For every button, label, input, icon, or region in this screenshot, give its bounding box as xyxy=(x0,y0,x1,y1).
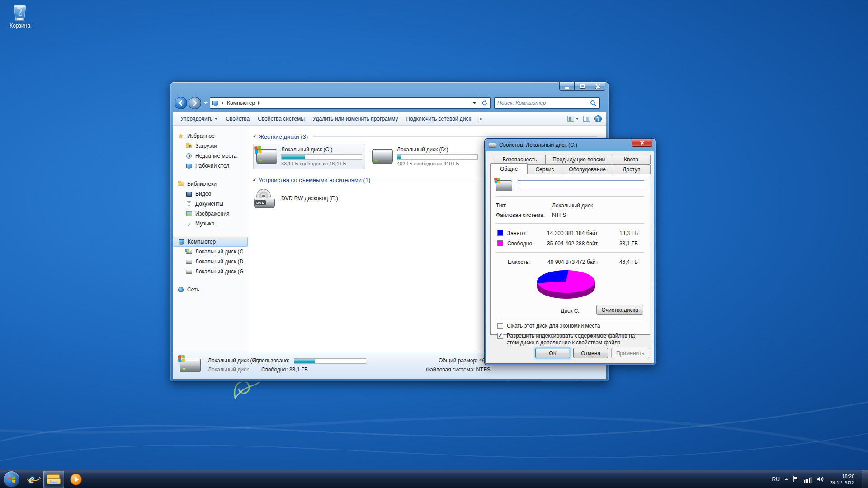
disk-usage-pie-chart: Диск C: Очистка диска xyxy=(496,268,644,315)
taskbar-ie-button[interactable]: e xyxy=(21,471,42,488)
maximize-button[interactable] xyxy=(575,82,590,91)
tab-quota[interactable]: Квота xyxy=(612,155,651,164)
map-drive-command[interactable]: Подключить сетевой диск xyxy=(402,112,475,126)
disk-usage-bar xyxy=(281,154,362,160)
close-icon xyxy=(595,84,600,89)
sidebar-item-favorites[interactable]: ★Избранное xyxy=(173,131,249,141)
sidebar-item-downloads[interactable]: Загрузки xyxy=(173,141,249,151)
change-view-button[interactable] xyxy=(567,116,579,122)
sidebar-item-network[interactable]: Сеть xyxy=(173,285,249,295)
sidebar-item-disk-d[interactable]: Локальный диск (D xyxy=(173,257,249,267)
sidebar-item-computer[interactable]: Компьютер xyxy=(173,237,248,247)
recycle-bin[interactable]: Корзина xyxy=(5,3,34,29)
dialog-titlebar[interactable]: Свойства: Локальный диск (C:) xyxy=(485,139,656,151)
help-button[interactable] xyxy=(594,115,602,122)
sidebar-item-disk-g[interactable]: Локальный диск (G xyxy=(173,267,249,277)
disk-c-tile[interactable]: Локальный диск (C:) 33,1 ГБ свободно из … xyxy=(253,144,365,169)
tab-sharing[interactable]: Доступ xyxy=(613,164,651,174)
internet-explorer-icon: e xyxy=(29,472,34,486)
drive-c-icon xyxy=(186,250,192,254)
clock[interactable]: 18:20 23.12.2012 xyxy=(830,473,854,486)
network-signal-icon[interactable] xyxy=(804,476,812,483)
sidebar-item-pictures[interactable]: Изображения xyxy=(173,209,249,219)
apply-button[interactable]: Применить xyxy=(611,348,649,358)
sidebar-item-recent-places[interactable]: Недавние места xyxy=(173,151,249,161)
sidebar-item-disk-c[interactable]: Локальный диск (C xyxy=(173,247,249,257)
sidebar-item-music[interactable]: ♪Музыка xyxy=(173,219,249,229)
preview-pane-button[interactable] xyxy=(583,116,590,122)
dialog-close-button[interactable] xyxy=(632,139,652,147)
uninstall-command[interactable]: Удалить или изменить программу xyxy=(309,112,402,126)
tab-general[interactable]: Общие xyxy=(490,163,528,174)
sidebar-label: Изображения xyxy=(195,211,229,217)
map-drive-label: Подключить сетевой диск xyxy=(406,112,471,126)
recent-pages-dropdown[interactable] xyxy=(204,102,208,104)
type-label: Тип: xyxy=(496,202,552,209)
star-icon: ★ xyxy=(178,133,184,139)
chevron-down-icon xyxy=(215,118,217,120)
sidebar-label: Локальный диск (G xyxy=(195,268,244,275)
media-player-icon xyxy=(70,474,82,485)
compress-checkbox-row[interactable]: Сжать этот диск для экономии места xyxy=(496,323,644,329)
cancel-button[interactable]: Отмена xyxy=(573,348,608,358)
close-icon xyxy=(640,141,644,145)
language-indicator[interactable]: RU xyxy=(772,476,780,483)
minimize-button[interactable] xyxy=(559,82,575,91)
taskbar-wmp-button[interactable] xyxy=(66,471,86,488)
disk-free-text: 33,1 ГБ свободно из 46,4 ГБ xyxy=(281,161,362,166)
sidebar-item-desktop[interactable]: Рабочий стол xyxy=(173,161,249,171)
address-bar[interactable]: Компьютер xyxy=(210,97,479,109)
recycle-bin-icon xyxy=(11,3,28,22)
refresh-button[interactable] xyxy=(479,97,491,109)
properties-label: Свойства xyxy=(226,112,250,126)
index-checkbox[interactable] xyxy=(497,333,503,339)
forward-button[interactable] xyxy=(189,97,201,109)
volume-icon[interactable] xyxy=(816,476,824,483)
ok-button[interactable]: ОК xyxy=(535,348,570,358)
breadcrumb-location[interactable]: Компьютер xyxy=(227,100,255,106)
hidden-icons-button[interactable] xyxy=(784,478,788,480)
breadcrumb-arrow-icon[interactable] xyxy=(222,101,224,105)
compress-checkbox[interactable] xyxy=(497,323,503,329)
pictures-icon xyxy=(186,211,192,216)
disk-usage-bar xyxy=(397,154,478,160)
back-button[interactable] xyxy=(175,97,187,109)
disk-name: Локальный диск (C:) xyxy=(281,146,362,153)
organize-menu[interactable]: Упорядочить xyxy=(176,112,222,126)
downloads-folder-icon xyxy=(186,144,192,148)
search-box[interactable] xyxy=(494,97,600,109)
system-properties-command[interactable]: Свойства системы xyxy=(254,112,309,126)
address-dropdown-icon[interactable] xyxy=(473,102,476,104)
used-bytes: 14 300 381 184 байт xyxy=(547,230,616,236)
explorer-folder-icon xyxy=(47,474,61,484)
show-desktop-button[interactable] xyxy=(862,470,868,488)
toolbar-overflow[interactable]: » xyxy=(475,112,486,126)
collapse-icon xyxy=(253,135,255,138)
action-center-flag-icon[interactable] xyxy=(793,476,799,483)
sidebar-item-video[interactable]: Видео xyxy=(173,189,249,199)
volume-label-input[interactable] xyxy=(518,181,644,191)
breadcrumb-arrow-icon[interactable] xyxy=(258,101,260,105)
sidebar-item-libraries[interactable]: Библиотеки xyxy=(173,179,249,189)
free-bytes: 35 604 492 288 байт xyxy=(547,240,616,247)
properties-command[interactable]: Свойства xyxy=(222,112,254,126)
used-label: Занято: xyxy=(507,230,547,236)
disk-d-tile[interactable]: Локальный диск (D:) 402 ГБ свободно из 4… xyxy=(369,144,481,169)
start-button[interactable] xyxy=(3,471,20,488)
dialog-title: Свойства: Локальный диск (C:) xyxy=(499,142,577,148)
disk-cleanup-button[interactable]: Очистка диска xyxy=(596,305,643,315)
tab-hardware[interactable]: Оборудование xyxy=(562,164,613,174)
filesystem-value: NTFS xyxy=(552,212,566,218)
taskbar-explorer-button[interactable] xyxy=(43,471,64,488)
index-checkbox-row[interactable]: Разрешить индексировать содержимое файло… xyxy=(496,333,644,346)
close-button[interactable] xyxy=(590,82,605,91)
search-icon[interactable] xyxy=(590,100,597,107)
tab-tools[interactable]: Сервис xyxy=(527,164,562,174)
sidebar-item-documents[interactable]: Документы xyxy=(173,199,249,209)
taskbar: e RU 18:20 23.12.2012 xyxy=(0,470,868,488)
tab-previous-versions[interactable]: Предыдущие версии xyxy=(545,155,612,164)
volume-label-field[interactable] xyxy=(518,180,644,191)
search-input[interactable] xyxy=(497,100,590,106)
hard-drive-icon xyxy=(372,149,393,164)
explorer-titlebar[interactable] xyxy=(170,82,609,94)
